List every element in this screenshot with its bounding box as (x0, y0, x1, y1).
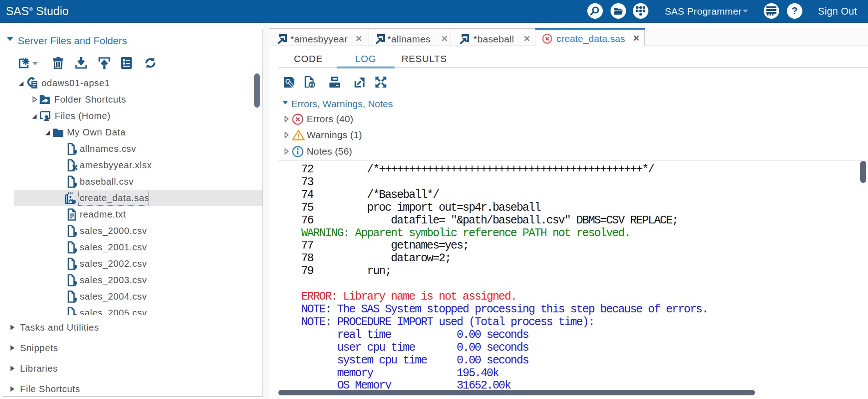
svg-text:?: ? (791, 5, 797, 16)
